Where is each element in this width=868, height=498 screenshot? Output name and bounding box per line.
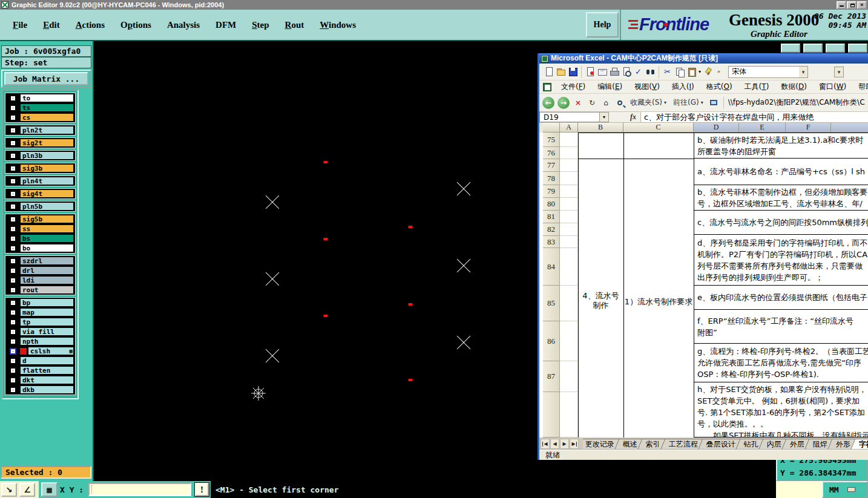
layer-row-to[interactable]: to bbox=[5, 93, 75, 103]
layer-checkbox[interactable] bbox=[5, 237, 20, 241]
home-icon[interactable]: ⌂ bbox=[600, 97, 611, 109]
cell-content-block[interactable]: a、流水号菲林名命名：产品编号+cs（ss）l sh bbox=[694, 159, 868, 185]
layer-row-bo[interactable]: bo bbox=[5, 243, 75, 253]
layer-checkbox[interactable] bbox=[5, 192, 20, 196]
layer-checkbox[interactable] bbox=[5, 269, 20, 273]
row-header-78[interactable]: 78 bbox=[543, 172, 560, 185]
email-icon[interactable] bbox=[597, 67, 607, 77]
print-icon[interactable] bbox=[609, 67, 619, 77]
excel-menu-item[interactable]: 格式(O) bbox=[700, 82, 738, 92]
font-dropdown-icon[interactable]: ▾ bbox=[799, 67, 807, 77]
row-header-87[interactable]: 87 bbox=[543, 361, 560, 392]
menu-options[interactable]: Options bbox=[113, 20, 159, 30]
name-box-dropdown-icon[interactable]: ▾ bbox=[600, 112, 609, 122]
forward-icon[interactable]: → bbox=[557, 97, 570, 109]
row-header-hidden[interactable] bbox=[543, 392, 560, 437]
fontsize-dropdown-icon[interactable]: ▾ bbox=[834, 67, 844, 77]
font-name-combo[interactable]: 宋体▾ bbox=[728, 66, 808, 78]
cell-a[interactable] bbox=[560, 198, 578, 211]
job-matrix-button[interactable]: Job Matrix ... bbox=[4, 72, 88, 85]
refresh-icon[interactable]: ↻ bbox=[587, 97, 597, 109]
layer-row-ldi[interactable]: ldi bbox=[5, 275, 75, 285]
first-sheet-button[interactable]: ◀ bbox=[541, 439, 550, 449]
excel-grid[interactable]: 75767778798081828384858687 4、流水号制作 1）流水号… bbox=[539, 133, 868, 437]
cell-a[interactable] bbox=[560, 159, 578, 172]
save-icon[interactable] bbox=[568, 67, 578, 77]
formula-content[interactable]: c、对于部分客户设计字符在焊盘中间，用来做绝 bbox=[640, 112, 868, 122]
new-icon[interactable] bbox=[544, 67, 554, 77]
layer-checkbox[interactable] bbox=[5, 106, 20, 110]
alert-button[interactable]: ! bbox=[195, 483, 209, 496]
menu-analysis[interactable]: Analysis bbox=[159, 20, 208, 30]
row-header-84[interactable]: 84 bbox=[543, 248, 560, 286]
excel-menu-item[interactable]: 工具(T) bbox=[738, 82, 775, 92]
paste-icon[interactable] bbox=[686, 67, 697, 77]
layer-checkbox[interactable] bbox=[5, 96, 20, 100]
row-header-82[interactable]: 82 bbox=[543, 223, 560, 236]
toolbar-button-partial[interactable] bbox=[781, 44, 800, 53]
layer-row-pln2t[interactable]: pln2t bbox=[5, 125, 75, 135]
layer-row-bs[interactable]: bs bbox=[5, 234, 75, 243]
layer-row-dkt[interactable]: dkt bbox=[5, 375, 75, 385]
layer-checkbox[interactable] bbox=[5, 179, 20, 183]
pan-tool-button[interactable]: ↘ bbox=[1, 483, 17, 497]
cut-icon[interactable]: ✂ bbox=[662, 67, 672, 77]
column-header-A[interactable]: A bbox=[560, 123, 578, 133]
cell-a[interactable] bbox=[560, 172, 578, 185]
layer-checkbox[interactable] bbox=[5, 339, 20, 344]
layer-row-d[interactable]: d bbox=[5, 356, 75, 365]
menu-dfm[interactable]: DFM bbox=[208, 20, 244, 30]
prev-sheet-button[interactable]: ◀ bbox=[550, 439, 559, 449]
cell-a[interactable] bbox=[560, 321, 578, 361]
layer-checkbox[interactable] bbox=[5, 330, 20, 334]
layer-row-npth[interactable]: npth bbox=[5, 336, 75, 346]
column-header-C[interactable]: C bbox=[623, 123, 694, 133]
layer-checkbox[interactable] bbox=[5, 369, 20, 373]
layer-checkbox[interactable] bbox=[5, 116, 20, 120]
layer-checkbox[interactable] bbox=[5, 378, 20, 382]
excel-menu-item[interactable]: 视图(V) bbox=[628, 82, 666, 92]
cell-a[interactable] bbox=[560, 147, 578, 159]
excel-menu-item[interactable]: 数据(D) bbox=[775, 82, 813, 92]
layer-row-drl[interactable]: drl bbox=[5, 266, 75, 275]
cell-content-block[interactable]: b、碳油制作时若无法满足上述3.1).a和c要求时所覆盖导体的阻焊开窗 bbox=[694, 133, 868, 159]
last-sheet-button[interactable]: ▶ bbox=[570, 439, 579, 449]
layer-checkbox[interactable] bbox=[5, 154, 20, 158]
column-header[interactable] bbox=[831, 123, 868, 133]
layer-checkbox[interactable] bbox=[5, 388, 20, 392]
next-sheet-button[interactable]: ▶ bbox=[560, 439, 569, 449]
layer-row-dkb[interactable]: dkb bbox=[5, 385, 75, 395]
layer-checkbox[interactable] bbox=[5, 288, 20, 292]
layer-row-ss[interactable]: ss bbox=[5, 224, 75, 234]
toolbar-button-partial[interactable] bbox=[826, 44, 845, 53]
menu-windows[interactable]: Windows bbox=[312, 20, 364, 30]
cell-content-block[interactable]: b、流水号菲林不需制作边框，但必须增加顾客要号，边框外区域增加E工号、流水号菲林… bbox=[694, 185, 868, 211]
layer-row-rout[interactable]: rout bbox=[5, 285, 75, 295]
layer-row-pln5b[interactable]: pln5b bbox=[5, 201, 75, 211]
cell-content-block[interactable]: d、序列号都是采用专门的字符编码打印机，而不机制作。P2厂有专门的字符编码打印机… bbox=[694, 235, 868, 286]
cell-c-merged[interactable]: 1）流水号制作要求 bbox=[624, 297, 693, 307]
back-icon[interactable]: ← bbox=[542, 97, 554, 109]
paste-dropdown-icon[interactable]: ▾ bbox=[699, 69, 701, 74]
grid-snap-button[interactable]: ▦ bbox=[41, 482, 58, 497]
layer-checkbox[interactable] bbox=[5, 359, 20, 363]
cell-a[interactable] bbox=[560, 286, 578, 321]
favorites-button[interactable]: 收藏夹(S)▾ bbox=[628, 97, 668, 109]
excel-menu-item[interactable]: 文件(F) bbox=[555, 82, 591, 92]
cell-a[interactable] bbox=[560, 248, 578, 286]
layer-row-cslsh[interactable]: cslsh▦ bbox=[5, 346, 75, 356]
cell-content-block[interactable]: c、流水号与流水号之间的间距按50mm纵横排列 bbox=[694, 211, 868, 235]
menu-actions[interactable]: Actions bbox=[68, 20, 113, 30]
layer-row-sig3b[interactable]: sig3b bbox=[5, 163, 75, 173]
excel-name-box[interactable]: D19 bbox=[539, 112, 600, 122]
menu-edit[interactable]: Edit bbox=[35, 20, 68, 30]
restore-button[interactable] bbox=[847, 1, 856, 9]
layer-checkbox[interactable] bbox=[5, 320, 20, 324]
layer-row-sig2t[interactable]: sig2t bbox=[5, 138, 75, 148]
layer-row-bp[interactable]: bp bbox=[5, 298, 75, 307]
excel-menu-item[interactable]: 编辑(E) bbox=[591, 82, 628, 92]
cell-content-block[interactable]: h、对于SET交货的板，如果客户没有特别说明，SET交货单元中。 例如，6拼板(… bbox=[694, 382, 868, 437]
cell-content-block[interactable]: g、流程为：终检-印序列号-终检2。（当表面工艺允许做完表面工艺后再做流水号,需… bbox=[694, 344, 868, 382]
excel-menu-item[interactable]: 帮助(H) bbox=[852, 82, 868, 92]
menu-step[interactable]: Step bbox=[244, 20, 277, 30]
